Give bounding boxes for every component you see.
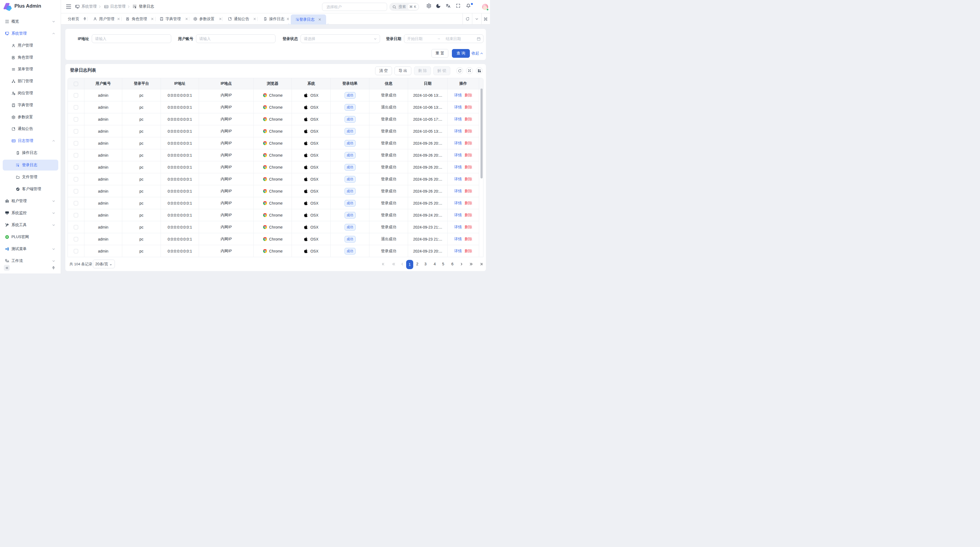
svg-text:DEV: DEV	[105, 6, 108, 7]
svg-text:DEV: DEV	[12, 140, 15, 142]
